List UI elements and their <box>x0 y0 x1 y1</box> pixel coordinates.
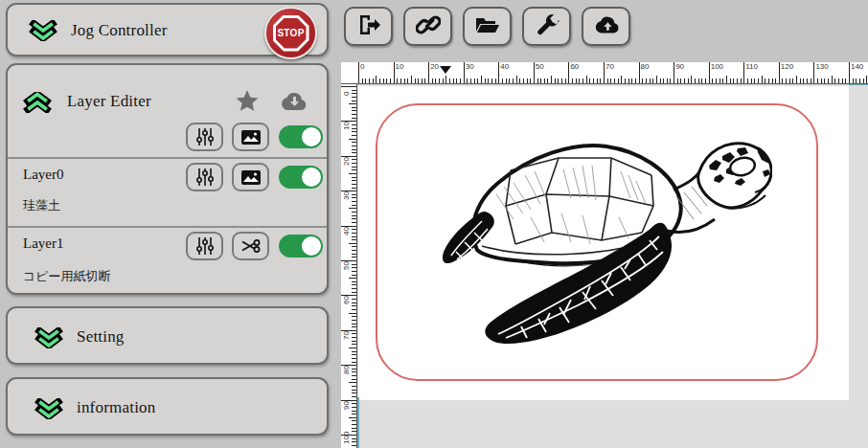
layer0-toggle[interactable] <box>279 166 323 189</box>
ruler-tick <box>751 78 752 83</box>
chevron-double-down-icon <box>34 327 63 348</box>
ruler-tick <box>352 431 356 432</box>
turtle-artwork[interactable] <box>439 137 772 359</box>
ruler-tick <box>579 78 580 83</box>
ruler-tick <box>849 62 850 83</box>
ruler-tick <box>352 362 356 363</box>
open-file-button[interactable] <box>463 7 512 46</box>
ruler-tick <box>352 149 356 150</box>
ruler-tick <box>352 128 356 129</box>
ruler-tick <box>610 78 611 83</box>
ruler-tick <box>352 177 356 178</box>
layer1-toggle[interactable] <box>279 235 323 258</box>
ruler-tick <box>386 78 387 83</box>
layer-editor-title: Layer Editer <box>67 92 151 111</box>
ruler-tick <box>352 299 356 300</box>
ruler-tick <box>779 62 780 83</box>
ruler-tick <box>534 62 535 83</box>
ruler-tick <box>772 78 773 83</box>
ruler-tick <box>789 78 790 83</box>
ruler-tick <box>352 267 356 268</box>
ruler-tick <box>565 78 566 83</box>
ruler-tick <box>352 184 356 185</box>
ruler-tick <box>349 417 356 418</box>
ruler-label: 50 <box>342 261 351 270</box>
ruler-tick <box>502 78 503 83</box>
chevron-double-down-icon <box>34 398 63 419</box>
chevron-double-up-icon[interactable] <box>23 92 52 113</box>
ruler-tick <box>628 78 629 83</box>
ruler-tick <box>667 78 668 83</box>
ruler-position-marker[interactable] <box>440 66 451 74</box>
ruler-tick <box>352 271 356 272</box>
ruler-tick <box>352 354 356 355</box>
ruler-label: 20 <box>430 62 439 71</box>
export-button[interactable] <box>344 7 393 46</box>
ruler-tick <box>842 78 843 83</box>
cloud-download-icon[interactable] <box>278 90 308 117</box>
layer0-material: 珪藻土 <box>23 197 60 214</box>
header-sliders-button[interactable] <box>186 123 223 151</box>
ruler-tick <box>352 222 356 223</box>
layer0-sliders-button[interactable] <box>186 163 223 191</box>
ruler-tick <box>547 78 548 83</box>
ruler-label: 140 <box>851 62 863 71</box>
setting-panel[interactable]: Setting <box>6 306 329 365</box>
stop-button[interactable]: STOP <box>264 7 317 59</box>
ruler-tick <box>352 305 356 306</box>
ruler-label: 30 <box>466 62 474 71</box>
ruler-tick <box>586 76 587 83</box>
layer0-name: Layer0 <box>23 167 63 183</box>
ruler-tick <box>352 110 356 111</box>
ruler-tick <box>352 428 356 429</box>
ruler-tick <box>352 180 356 181</box>
ruler-tick <box>747 78 748 83</box>
header-layer-toggle[interactable] <box>279 125 323 148</box>
layer1-sliders-button[interactable] <box>186 232 223 260</box>
settings-wrench-button[interactable] <box>522 7 571 46</box>
ruler-tick <box>506 78 507 83</box>
layer-divider <box>8 157 327 159</box>
ruler-label: 10 <box>342 122 351 130</box>
link-button[interactable] <box>403 7 452 46</box>
information-panel[interactable]: information <box>6 377 329 436</box>
ruler-tick <box>369 78 370 83</box>
jog-controller-panel[interactable]: Jog Controller STOP <box>6 3 329 56</box>
ruler-tick <box>527 78 528 83</box>
ruler-tick <box>762 76 763 83</box>
ruler-label: 90 <box>675 62 684 71</box>
information-title: information <box>77 398 155 417</box>
ruler-tick <box>488 78 489 83</box>
ruler-tick <box>600 78 601 83</box>
ruler-tick <box>716 78 717 83</box>
ruler-tick <box>453 78 454 83</box>
jog-controller-title: Jog Controller <box>71 21 168 40</box>
ruler-tick <box>614 78 615 83</box>
ruler-tick <box>464 62 465 83</box>
ruler-label: 0 <box>360 62 364 71</box>
ruler-tick <box>568 62 569 83</box>
ruler-tick <box>701 78 702 83</box>
ruler-tick <box>424 78 425 83</box>
layer-editor-panel: Layer Editer Layer0 <box>6 63 329 295</box>
ruler-tick <box>349 208 356 209</box>
star-icon[interactable] <box>234 88 261 119</box>
ruler-tick <box>677 78 678 83</box>
cloud-upload-button[interactable] <box>582 7 630 46</box>
ruler-label: 90 <box>342 401 351 410</box>
ruler-tick <box>698 78 699 83</box>
layer0-image-button[interactable] <box>232 163 269 191</box>
layer1-scissors-button[interactable] <box>232 232 269 260</box>
ruler-tick <box>741 78 742 83</box>
ruler-tick <box>352 264 356 265</box>
ruler-tick <box>352 97 356 98</box>
ruler-tick <box>352 275 356 276</box>
ruler-tick <box>352 250 356 251</box>
ruler-tick <box>481 76 482 83</box>
ruler-tick <box>656 76 657 83</box>
ruler-tick <box>523 78 524 83</box>
ruler-tick <box>352 392 356 393</box>
header-image-button[interactable] <box>232 123 269 151</box>
ruler-tick <box>352 445 356 446</box>
ruler-tick <box>373 78 374 83</box>
